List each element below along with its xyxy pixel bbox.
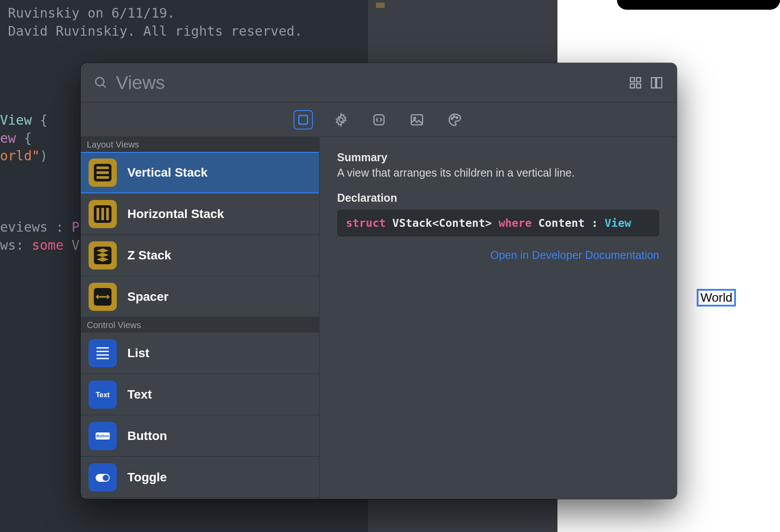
vstack-icon xyxy=(89,159,117,187)
svg-point-13 xyxy=(451,118,452,119)
svg-text:Text: Text xyxy=(96,391,110,399)
text-icon: Text xyxy=(89,381,117,409)
svg-rect-2 xyxy=(630,78,634,81)
tab-views[interactable] xyxy=(293,110,313,129)
svg-rect-7 xyxy=(657,78,662,88)
component-item-toggle[interactable]: Toggle xyxy=(81,457,319,498)
section-header: Control Views xyxy=(81,318,319,332)
tab-snippets[interactable] xyxy=(369,110,389,129)
minimap-code-marker xyxy=(376,3,385,8)
component-detail-panel: Summary A view that arranges its childre… xyxy=(319,137,677,499)
svg-point-45 xyxy=(103,475,109,481)
svg-point-14 xyxy=(453,116,454,117)
svg-point-9 xyxy=(339,118,343,122)
component-item-vstack[interactable]: Vertical Stack xyxy=(81,152,319,193)
library-popover: Layout Views Vertical Stack Horizontal S… xyxy=(81,63,677,499)
tab-colors[interactable] xyxy=(445,110,464,129)
summary-heading: Summary xyxy=(337,151,659,164)
svg-point-31 xyxy=(102,296,104,298)
svg-rect-20 xyxy=(97,176,109,179)
svg-point-30 xyxy=(100,296,102,298)
svg-rect-5 xyxy=(636,84,640,88)
component-item-label: Toggle xyxy=(127,470,167,484)
declaration-box: struct VStack<Content> where Content : V… xyxy=(337,210,659,236)
component-item-label: List xyxy=(127,346,149,360)
svg-rect-24 xyxy=(101,208,104,220)
hstack-icon xyxy=(89,200,117,228)
list-icon xyxy=(89,339,117,367)
component-item-button[interactable]: Button Button xyxy=(81,415,319,457)
component-item-zstack[interactable]: Z Stack xyxy=(81,235,319,276)
component-item-label: Vertical Stack xyxy=(127,166,208,180)
view-mode-toggles xyxy=(628,76,664,90)
spacer-icon xyxy=(89,283,117,311)
svg-rect-25 xyxy=(106,208,109,220)
svg-point-0 xyxy=(96,78,104,86)
component-list[interactable]: Layout Views Vertical Stack Horizontal S… xyxy=(81,137,319,499)
decl-type: VStack<Content> xyxy=(386,217,498,229)
component-item-list[interactable]: List xyxy=(81,332,319,374)
library-category-tabs xyxy=(81,103,677,137)
decl-constraint: Content : xyxy=(531,217,605,229)
declaration-heading: Declaration xyxy=(337,192,659,204)
search-icon xyxy=(94,76,108,90)
svg-rect-18 xyxy=(97,166,109,169)
component-item-label: Spacer xyxy=(127,290,168,304)
open-documentation-link[interactable]: Open in Developer Documentation xyxy=(337,249,659,262)
button-icon: Button xyxy=(89,422,117,450)
component-item-label: Horizontal Stack xyxy=(127,207,224,221)
svg-rect-8 xyxy=(299,115,308,124)
svg-rect-3 xyxy=(636,78,640,81)
zstack-icon xyxy=(89,241,117,270)
decl-type-ref: View xyxy=(605,217,631,229)
component-item-label: Text xyxy=(127,388,152,402)
section-header: Layout Views xyxy=(81,137,319,152)
component-item-spacer[interactable]: Spacer xyxy=(81,276,319,318)
svg-rect-19 xyxy=(97,171,109,174)
component-item-label: Button xyxy=(127,429,167,443)
svg-point-15 xyxy=(456,117,457,118)
svg-rect-33 xyxy=(89,339,117,367)
component-item-label: Z Stack xyxy=(127,248,171,262)
tab-media[interactable] xyxy=(407,110,427,129)
tab-modifiers[interactable] xyxy=(331,110,351,129)
preview-hello-text[interactable]: World xyxy=(697,289,736,307)
decl-keyword: where xyxy=(498,217,531,229)
svg-line-1 xyxy=(103,85,106,88)
decl-keyword: struct xyxy=(346,217,386,229)
svg-rect-4 xyxy=(630,84,634,88)
component-item-text[interactable]: Text Text xyxy=(81,374,319,415)
summary-text: A view that arranges its children in a v… xyxy=(337,166,659,179)
library-search-bar xyxy=(81,63,677,103)
svg-rect-10 xyxy=(374,115,384,125)
search-input[interactable] xyxy=(116,72,628,93)
svg-rect-6 xyxy=(651,78,655,88)
svg-point-32 xyxy=(104,296,105,298)
toggle-icon xyxy=(89,463,117,491)
svg-point-12 xyxy=(413,117,415,119)
svg-text:Button: Button xyxy=(97,434,109,438)
list-view-button[interactable] xyxy=(650,76,664,90)
device-notch xyxy=(617,0,780,10)
component-item-hstack[interactable]: Horizontal Stack xyxy=(81,193,319,235)
svg-rect-23 xyxy=(97,208,99,220)
grid-view-button[interactable] xyxy=(628,76,643,90)
